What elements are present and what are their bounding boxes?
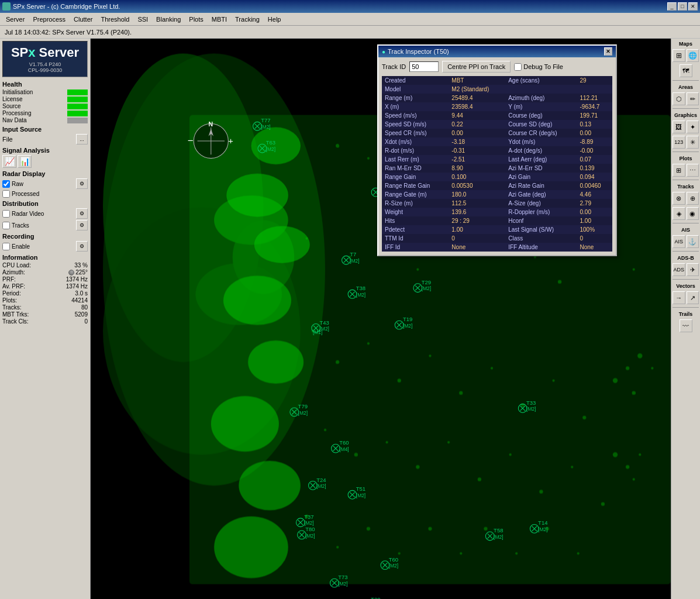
graphics-buttons2: 123 ✳ bbox=[673, 135, 699, 149]
svg-point-68 bbox=[248, 340, 304, 384]
tracks-btn2[interactable]: ⊕ bbox=[687, 192, 699, 205]
track-field-label: Weight bbox=[382, 208, 449, 216]
track-field-label: TTM Id bbox=[382, 234, 449, 243]
svg-text:[M4]: [M4] bbox=[339, 446, 349, 452]
dist-radar-row: Radar Video ⚙ bbox=[2, 208, 88, 219]
menu-plots[interactable]: Plots bbox=[185, 15, 206, 24]
graphics-btn1[interactable]: 🖼 bbox=[673, 121, 685, 133]
maps-buttons: ⊞ 🌐 bbox=[673, 49, 699, 63]
title-left: SPx Server - (c) Cambridge Pixel Ltd. bbox=[2, 2, 120, 11]
track-field-value: 29 : 29 bbox=[449, 216, 505, 225]
tracks-btn1[interactable]: ⊗ bbox=[673, 192, 685, 205]
svg-text:T29: T29 bbox=[422, 279, 431, 285]
maximize-button[interactable]: □ bbox=[678, 2, 687, 11]
graphics-btn4[interactable]: ✳ bbox=[687, 136, 699, 149]
info-plots-value: 44214 bbox=[71, 297, 88, 304]
track-field-value: 112.5 bbox=[449, 199, 505, 208]
health-init-bar bbox=[67, 89, 88, 95]
ais-btn2[interactable]: ⚓ bbox=[687, 235, 699, 248]
radar-display-label: Radar Display bbox=[2, 170, 88, 177]
svg-text:[M2]: [M2] bbox=[526, 406, 536, 412]
map-globe-button[interactable]: 🌐 bbox=[687, 49, 699, 62]
dist-radar-checkbox[interactable] bbox=[2, 210, 10, 218]
recording-enable-checkbox[interactable] bbox=[2, 243, 10, 250]
menu-blanking[interactable]: Blanking bbox=[153, 15, 184, 24]
track-field-label: Xdot (m/s) bbox=[382, 137, 449, 146]
track-field-label: Last Rerr (m) bbox=[382, 155, 449, 164]
dist-tracks-button[interactable]: ⚙ bbox=[76, 220, 88, 230]
sep8 bbox=[673, 307, 699, 308]
area-btn1[interactable]: ⬡ bbox=[673, 92, 685, 105]
centre-ppi-button[interactable]: Centre PPI on Track bbox=[442, 61, 511, 73]
dist-tracks-checkbox[interactable] bbox=[2, 222, 10, 229]
graphics-btn2[interactable]: ✦ bbox=[687, 121, 699, 133]
dist-radar-button[interactable]: ⚙ bbox=[76, 208, 88, 219]
track-table-row: Hits 29 : 29 Hconf 1.00 bbox=[382, 216, 612, 225]
graphics-btn3[interactable]: 123 bbox=[673, 136, 685, 149]
radar-raw-checkbox[interactable] bbox=[2, 180, 10, 188]
menu-tracking[interactable]: Tracking bbox=[232, 15, 263, 24]
info-avprf: Av. PRF: 1374 Hz bbox=[2, 283, 88, 290]
adsb-btn1[interactable]: ADS bbox=[673, 263, 685, 276]
svg-text:[M1]: [M1] bbox=[313, 329, 322, 335]
info-period-value: 3.0 s bbox=[75, 290, 88, 297]
plots-buttons: ⊞ ⋯ bbox=[673, 163, 699, 177]
area-btn2[interactable]: ✏ bbox=[687, 92, 699, 105]
track-field-value2: 2.79 bbox=[577, 199, 613, 208]
vectors-btn1[interactable]: → bbox=[673, 291, 685, 304]
map-grid-button[interactable]: ⊞ bbox=[673, 49, 685, 62]
track-field-value: 8.90 bbox=[449, 164, 505, 173]
track-id-input[interactable] bbox=[409, 61, 439, 72]
svg-text:[M2]: [M2] bbox=[298, 410, 308, 416]
track-field-label: X (m) bbox=[382, 102, 449, 111]
track-table-row: Ran M-Err SD 8.90 Azi M-Err SD 0.139 bbox=[382, 164, 612, 173]
track-field-label: Range Rate Gain bbox=[382, 181, 449, 190]
input-source-button[interactable]: ... bbox=[76, 134, 88, 144]
signal-bar-button[interactable]: 📊 bbox=[18, 155, 32, 168]
plots-btn2[interactable]: ⋯ bbox=[687, 164, 699, 177]
plots-btn1[interactable]: ⊞ bbox=[673, 164, 685, 177]
trails-btn1[interactable]: 〰 bbox=[680, 319, 692, 332]
dist-radar-check: Radar Video bbox=[2, 210, 44, 218]
ais-btn1[interactable]: AIS bbox=[673, 235, 685, 248]
track-field-value: -0.31 bbox=[449, 146, 505, 155]
map-layer-button[interactable]: 🗺 bbox=[680, 64, 692, 77]
adsb-btn2[interactable]: ✈ bbox=[687, 263, 699, 276]
debug-checkbox[interactable] bbox=[514, 63, 522, 71]
health-processing-label: Processing bbox=[2, 110, 31, 116]
info-plots: Plots: 44214 bbox=[2, 297, 88, 304]
track-field-value2: 0.094 bbox=[577, 173, 613, 181]
svg-text:T20: T20 bbox=[371, 596, 380, 599]
tracks-btn4[interactable]: ◉ bbox=[687, 207, 699, 220]
right-ais-label: AIS bbox=[673, 227, 699, 233]
signal-analysis-label: Signal Analysis bbox=[2, 147, 88, 154]
radar-processed-checkbox[interactable] bbox=[2, 190, 10, 198]
track-field-value: 180.0 bbox=[449, 190, 505, 199]
menu-threshold[interactable]: Threshold bbox=[97, 15, 133, 24]
signal-chart-button[interactable]: 📈 bbox=[2, 155, 16, 168]
menu-mbti[interactable]: MBTI bbox=[208, 15, 230, 24]
vectors-buttons: → ↗ bbox=[673, 291, 699, 305]
dialog-close-button[interactable]: ✕ bbox=[604, 47, 612, 56]
menu-ssi[interactable]: SSI bbox=[134, 15, 151, 24]
vectors-btn2[interactable]: ↗ bbox=[687, 291, 699, 304]
close-window-button[interactable]: ✕ bbox=[688, 2, 698, 11]
svg-text:T60: T60 bbox=[389, 556, 398, 563]
track-field-label: Hits bbox=[382, 216, 449, 225]
radar-raw-settings-button[interactable]: ⚙ bbox=[76, 178, 88, 189]
menu-preprocess[interactable]: Preprocess bbox=[29, 15, 69, 24]
menu-server[interactable]: Server bbox=[2, 15, 28, 24]
dialog-content: Track ID Centre PPI on Track Debug To Fi… bbox=[378, 57, 616, 255]
svg-text:[M2]: [M2] bbox=[261, 124, 270, 130]
recording-button[interactable]: ⚙ bbox=[76, 241, 88, 252]
track-field-label: IFF Id bbox=[382, 243, 449, 252]
menu-clutter[interactable]: Clutter bbox=[70, 15, 96, 24]
menu-help[interactable]: Help bbox=[264, 15, 285, 24]
tracks-btn3[interactable]: ◈ bbox=[673, 207, 685, 220]
track-field-label2: R-Doppler (m/s) bbox=[505, 208, 577, 216]
input-source-label: Input Source bbox=[2, 126, 88, 133]
minimize-button[interactable]: _ bbox=[667, 2, 677, 11]
track-field-label2: A-Size (deg) bbox=[505, 199, 577, 208]
info-prf-label: PRF: bbox=[2, 276, 16, 283]
track-table-row: R-Size (m) 112.5 A-Size (deg) 2.79 bbox=[382, 199, 612, 208]
